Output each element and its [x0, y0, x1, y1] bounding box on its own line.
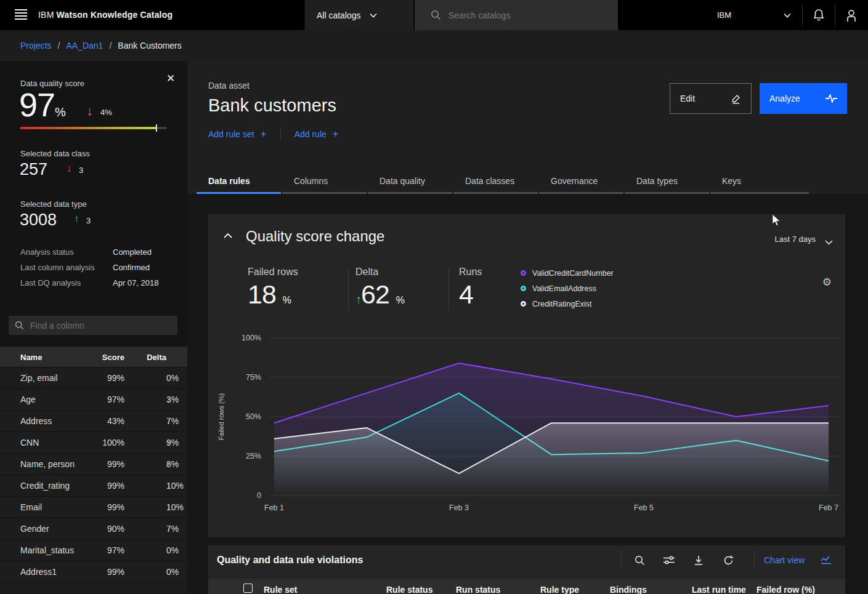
column-score: 90%	[80, 524, 124, 534]
breadcrumb-current: Bank Customers	[118, 41, 181, 50]
column-row[interactable]: Age97%↓3%	[0, 388, 187, 410]
last-dq-analysis-label: Last DQ analysis	[20, 278, 81, 287]
analysis-status-label: Analysis status	[20, 247, 74, 257]
columns-table-header: Name Score Delta	[0, 347, 187, 367]
tab-data-types[interactable]: Data types	[625, 171, 709, 194]
close-icon[interactable]: ✕	[164, 72, 177, 86]
asset-tabs: Data rulesColumnsData qualityData classe…	[197, 171, 810, 194]
violations-header-failed-row-[interactable]: Failed row (%)	[756, 585, 815, 594]
tab-label: Data rules	[208, 176, 250, 186]
violations-header-rule-status[interactable]: Rule status	[386, 585, 432, 594]
column-name: Gender	[20, 524, 49, 534]
column-row[interactable]: Email99%↓10%	[0, 496, 187, 518]
column-name: CNN	[20, 438, 39, 448]
tab-data-classes[interactable]: Data classes	[453, 171, 538, 194]
column-row[interactable]: Credit_rating99%↓10%	[0, 475, 187, 496]
column-score: 99%	[80, 373, 124, 383]
data-type-label: Selected data type	[20, 199, 87, 209]
gauge-gradient-bar	[20, 127, 156, 129]
select-all-checkbox[interactable]	[243, 584, 253, 593]
refresh-button[interactable]	[713, 545, 743, 575]
column-row[interactable]: Name, person99%↑8%	[0, 453, 187, 475]
y-tick-label: 75%	[246, 373, 261, 382]
down-arrow-icon: ↓	[67, 163, 72, 175]
chevron-down-icon	[784, 13, 791, 18]
filter-settings-button[interactable]	[654, 545, 684, 575]
header-name: Name	[20, 352, 42, 361]
add-rule-set-link[interactable]: Add rule set+	[208, 128, 267, 140]
restart-icon	[723, 555, 734, 566]
header-delta: Delta	[126, 352, 166, 361]
gauge-remainder	[157, 127, 166, 129]
find-column-input[interactable]: Find a colomn	[9, 316, 177, 335]
app-window: IBM Watson Knowledge Catalog All catalog…	[0, 0, 868, 594]
breadcrumb-separator: /	[58, 41, 60, 50]
add-rule-link[interactable]: Add rule+	[294, 128, 339, 140]
column-score: 97%	[80, 545, 124, 555]
find-column-placeholder: Find a colomn	[30, 321, 84, 331]
data-quality-sidebar: ✕ Data quality score 97% ↓ 4% Selected d…	[0, 61, 187, 594]
tab-data-quality[interactable]: Data quality	[368, 171, 452, 194]
breadcrumb-projects[interactable]: Projects	[20, 41, 52, 50]
column-row[interactable]: Marital_status97%0%	[0, 539, 187, 561]
violations-header-bindings[interactable]: Bindings	[610, 585, 647, 594]
analysis-status-value: Completed	[113, 247, 152, 257]
column-row-clipped	[0, 582, 187, 593]
catalog-dropdown[interactable]: All catalogs	[304, 0, 414, 30]
settings-adjust-icon	[663, 555, 675, 565]
last-column-analysis-label: Last column analysis	[20, 263, 95, 272]
chart-view-toggle[interactable]: Chart view	[764, 545, 832, 575]
y-axis-label: Failed rows (%)	[217, 393, 225, 440]
column-name: Age	[20, 395, 36, 404]
hamburger-menu-icon[interactable]	[9, 7, 38, 23]
down-arrow-icon: ↓	[86, 103, 93, 119]
tab-governance[interactable]: Governance	[539, 171, 623, 194]
column-score: 97%	[80, 395, 124, 404]
data-class-value: 257	[20, 160, 47, 179]
breadcrumb-separator: /	[109, 41, 112, 50]
account-dropdown[interactable]: IBM	[708, 0, 802, 30]
line-chart: 025%50%75%100%Failed rows (%)Feb 1Feb 3F…	[208, 214, 845, 537]
y-tick-label: 50%	[246, 412, 261, 421]
analyze-button[interactable]: Analyze	[760, 83, 847, 114]
search-icon	[431, 10, 441, 20]
column-name: Credit_rating	[20, 481, 70, 491]
y-tick-label: 0	[257, 491, 261, 500]
profile-button[interactable]	[835, 0, 867, 30]
x-tick-label: Feb 3	[449, 504, 469, 512]
breadcrumb-project-name[interactable]: AA_Dan1	[66, 41, 103, 50]
violations-header-rule-type[interactable]: Rule type	[540, 585, 579, 594]
edit-button[interactable]: Edit	[670, 83, 752, 114]
search-button[interactable]	[625, 545, 654, 575]
x-tick-label: Feb 1	[264, 504, 284, 512]
column-row[interactable]: Zip, email99%0%	[0, 367, 187, 388]
x-tick-label: Feb 5	[634, 504, 654, 512]
tab-underline	[625, 192, 709, 194]
download-button[interactable]	[684, 545, 713, 575]
brand-name: Watson Knowledge Catalog	[57, 10, 173, 20]
tab-keys[interactable]: Keys	[710, 171, 809, 194]
column-row[interactable]: Gender90%↓7%	[0, 518, 187, 539]
tab-label: Governance	[551, 176, 598, 186]
tab-label: Columns	[294, 176, 328, 186]
column-row[interactable]: Address43%↓7%	[0, 410, 187, 431]
notifications-button[interactable]	[803, 0, 835, 30]
violations-header-run-status[interactable]: Run status	[456, 585, 500, 594]
last-dq-analysis-value: Apr 07, 2018	[113, 278, 158, 287]
tab-columns[interactable]: Columns	[282, 171, 367, 194]
violations-header-last-run-time[interactable]: Last run time	[692, 585, 746, 594]
toolbar-divider	[754, 550, 755, 570]
add-links: Add rule set+ Add rule+	[208, 128, 339, 140]
tab-underline	[453, 192, 538, 194]
x-tick-label: Feb 7	[819, 504, 838, 512]
breadcrumb: Projects / AA_Dan1 / Bank Customers	[0, 30, 868, 61]
tab-label: Data types	[636, 176, 678, 186]
column-row[interactable]: CNN100%↑9%	[0, 431, 187, 453]
violations-header-rule-set[interactable]: Rule set	[264, 585, 297, 594]
tab-data-rules[interactable]: Data rules	[197, 171, 281, 194]
catalog-search-input[interactable]: Search catalogs	[415, 0, 618, 30]
tab-underline	[368, 192, 452, 194]
column-row[interactable]: Address199%0%	[0, 561, 187, 582]
user-icon	[845, 9, 858, 22]
add-icon: +	[261, 128, 267, 140]
